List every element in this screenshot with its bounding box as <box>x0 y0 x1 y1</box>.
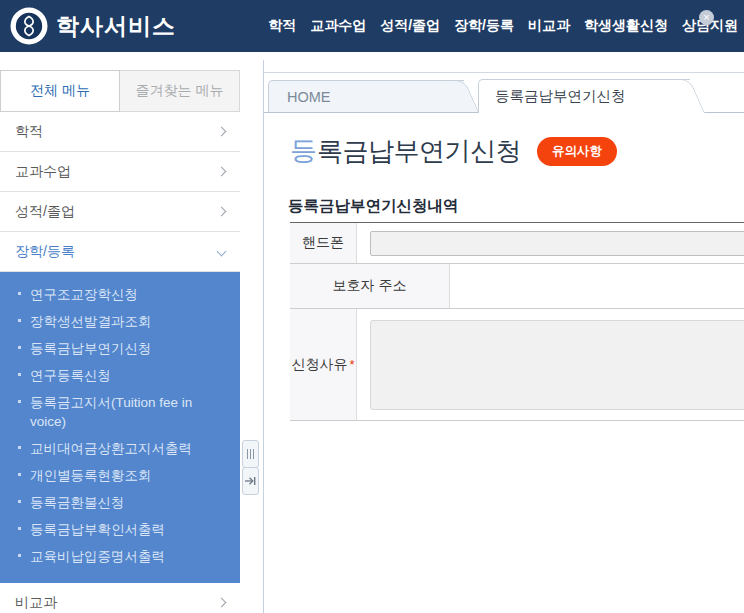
nav-item-janghak-deungnok[interactable]: 장학/등록 <box>454 17 514 35</box>
submenu-item[interactable]: 개인별등록현황조회 <box>0 462 240 489</box>
application-form-table: 핸드폰 보호자 주소 신청사유* <box>290 222 744 421</box>
university-seal-icon <box>10 7 48 45</box>
nav-item-haksaeng-saenghwal[interactable]: 학생생활신청 <box>584 17 668 35</box>
bullet-icon <box>18 373 21 376</box>
content-panel-top-border <box>264 72 744 73</box>
app-window: 학사서비스 학적 교과수업 성적/졸업 장학/등록 비교과 학생생활신청 상담지… <box>0 0 744 613</box>
sidebar-item-gyogwasueop[interactable]: 교과수업 <box>0 152 240 192</box>
bullet-icon <box>18 346 21 349</box>
chevron-right-icon <box>217 207 227 217</box>
global-nav: 학적 교과수업 성적/졸업 장학/등록 비교과 학생생활신청 상담지원 <box>258 0 738 52</box>
bullet-icon <box>18 292 21 295</box>
phone-input[interactable] <box>370 231 744 256</box>
sidebar: 전체 메뉴 즐겨찾는 메뉴 학적 교과수업 성적/졸업 장학/등록 연구조교장학… <box>0 70 240 613</box>
nav-item-seongjeok-joreop[interactable]: 성적/졸업 <box>380 17 440 35</box>
bullet-icon <box>18 446 21 449</box>
close-tab-icon[interactable]: × <box>699 10 714 25</box>
sidebar-item-bigyogwa[interactable]: 비교과 <box>0 583 240 613</box>
section-title: 등록금납부연기신청내역 <box>288 196 459 217</box>
submenu-item[interactable]: 등록금납부확인서출력 <box>0 516 240 543</box>
chevron-down-icon <box>217 247 227 257</box>
guardian-address-label: 보호자 주소 <box>290 264 450 309</box>
chevron-right-icon <box>217 598 227 608</box>
table-row-application-reason: 신청사유* <box>290 309 744 421</box>
required-mark: * <box>349 357 354 372</box>
top-navbar: 학사서비스 학적 교과수업 성적/졸업 장학/등록 비교과 학생생활신청 상담지… <box>0 0 744 52</box>
submenu-item[interactable]: 연구등록신청 <box>0 362 240 389</box>
university-logo[interactable]: 학사서비스 <box>10 7 176 45</box>
bullet-icon <box>18 527 21 530</box>
submenu-item[interactable]: 등록금고지서(Tuition fee in voice) <box>0 389 240 435</box>
panel-splitter[interactable] <box>263 60 264 613</box>
nav-item-hakjeok[interactable]: 학적 <box>268 17 296 35</box>
bullet-icon <box>18 554 21 557</box>
bullet-icon <box>18 500 21 503</box>
chevron-right-icon <box>217 127 227 137</box>
nav-item-gyogwasueop[interactable]: 교과수업 <box>310 17 366 35</box>
sidebar-tab-all-menu[interactable]: 전체 메뉴 <box>0 70 120 112</box>
application-reason-label: 신청사유* <box>290 309 357 421</box>
app-title: 학사서비스 <box>56 11 176 42</box>
bullet-icon <box>18 473 21 476</box>
page-title-first-char: 등 <box>290 133 317 169</box>
submenu-item[interactable]: 연구조교장학신청 <box>0 281 240 308</box>
sidebar-collapse-button[interactable] <box>242 467 259 495</box>
submenu-item[interactable]: 장학생선발결과조회 <box>0 308 240 335</box>
chevron-right-icon <box>217 167 227 177</box>
submenu-item-current[interactable]: 등록금납부연기신청 <box>0 335 240 362</box>
sidebar-item-seongjeok-joreop[interactable]: 성적/졸업 <box>0 192 240 232</box>
phone-label: 핸드폰 <box>290 223 357 264</box>
notice-badge-button[interactable]: 유의사항 <box>537 137 617 166</box>
sidebar-tab-favorites[interactable]: 즐겨찾는 메뉴 <box>120 70 240 112</box>
table-row-phone: 핸드폰 <box>290 223 744 264</box>
bullet-icon <box>18 319 21 322</box>
submenu-item[interactable]: 교육비납입증명서출력 <box>0 543 240 570</box>
submenu-item[interactable]: 등록금환불신청 <box>0 489 240 516</box>
page-title: 등 록금납부연기신청 유의사항 <box>290 133 617 169</box>
tab-home[interactable]: HOME <box>268 80 464 112</box>
sidebar-item-hakjeok[interactable]: 학적 <box>0 112 240 152</box>
splitter-grip-handle[interactable] <box>242 440 259 468</box>
submenu-item[interactable]: 교비대여금상환고지서출력 <box>0 435 240 462</box>
bullet-icon <box>18 400 21 403</box>
tab-deferment-application[interactable]: 등록금납부연기신청 <box>478 79 690 113</box>
sidebar-tabs: 전체 메뉴 즐겨찾는 메뉴 <box>0 70 240 112</box>
collapse-right-icon <box>245 476 256 486</box>
guardian-address-value <box>450 264 744 309</box>
sidebar-submenu: 연구조교장학신청 장학생선발결과조회 등록금납부연기신청 연구등록신청 등록금고… <box>0 272 240 583</box>
table-row-guardian-address: 보호자 주소 <box>290 264 744 309</box>
sidebar-item-janghak-deungnok[interactable]: 장학/등록 <box>0 232 240 272</box>
nav-item-bigyogwa[interactable]: 비교과 <box>528 17 570 35</box>
grip-icon <box>246 448 255 460</box>
page-title-rest: 록금납부연기신청 <box>317 134 521 169</box>
application-reason-textarea[interactable] <box>370 320 744 410</box>
